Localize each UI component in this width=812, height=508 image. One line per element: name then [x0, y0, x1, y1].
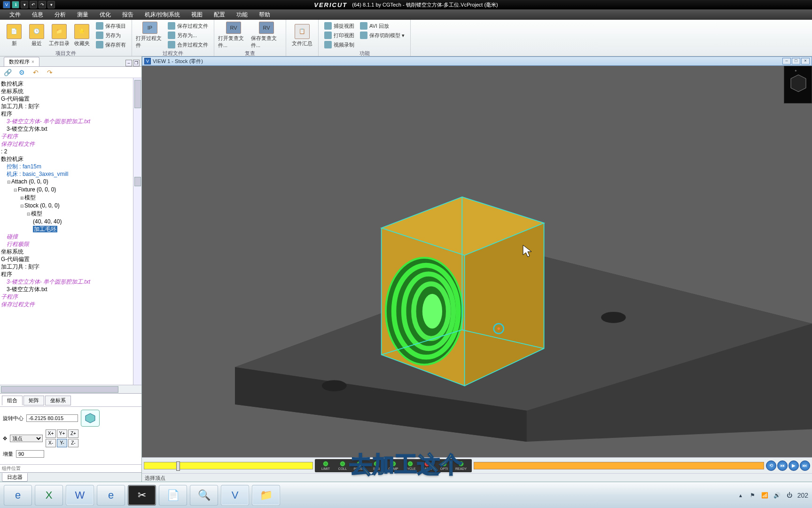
favorites-button[interactable]: ⭐收藏夹: [71, 22, 92, 49]
save-review-button[interactable]: RV保存复查文件...: [251, 22, 282, 49]
avi-playback-button[interactable]: AVI 回放: [358, 22, 406, 30]
save-all-button[interactable]: 保存所有: [94, 40, 128, 49]
taskbar-clock[interactable]: 202: [797, 492, 808, 499]
task-ie[interactable]: e: [4, 485, 32, 506]
tree-node[interactable]: ⊟Fixture (0, 0, 0): [0, 186, 141, 194]
tree-node[interactable]: 程序: [0, 270, 141, 278]
tray-volume-icon[interactable]: 🔊: [773, 491, 781, 500]
view-minimize-icon[interactable]: –: [782, 58, 791, 64]
axis-y-minus[interactable]: Y-: [57, 439, 67, 447]
task-notepad[interactable]: 📄: [159, 485, 187, 506]
restart-button[interactable]: ⟲: [766, 460, 776, 471]
qat-app-icon[interactable]: V: [3, 1, 10, 8]
qat-info-icon[interactable]: ℹ: [12, 1, 19, 8]
menu-help[interactable]: 帮助: [259, 11, 270, 19]
gear-icon[interactable]: ⚙: [17, 68, 26, 77]
tab-combo[interactable]: 组合: [2, 396, 23, 405]
view-close-icon[interactable]: ×: [801, 58, 810, 64]
menu-analyze[interactable]: 分析: [55, 11, 66, 19]
tree-node[interactable]: 3-镂空立方体.txt: [0, 125, 141, 133]
merge-proc-button[interactable]: 合并过程文件: [166, 40, 210, 49]
workdir-button[interactable]: 📁工作目录: [49, 22, 70, 49]
tree-node[interactable]: 保存过程文件: [0, 140, 141, 148]
menu-view[interactable]: 视图: [191, 11, 203, 19]
task-word[interactable]: W: [66, 485, 94, 506]
tree-node[interactable]: 加工毛坯: [0, 225, 141, 233]
playback-track[interactable]: [474, 462, 764, 469]
rewind-button[interactable]: ⏮: [777, 460, 788, 471]
tray-up-icon[interactable]: ▴: [736, 491, 745, 500]
axis-y-plus[interactable]: Y+: [57, 429, 67, 438]
tree-node[interactable]: ⊟Attach (0, 0, 0): [0, 178, 141, 186]
tree-node[interactable]: ⊟Stock (0, 0, 0): [0, 202, 141, 210]
menu-optimize[interactable]: 优化: [100, 11, 111, 19]
tree-node[interactable]: 加工刀具 : 刻字: [0, 103, 141, 110]
tree-node[interactable]: 3-镂空立方体- 单个圆形腔加工.txt: [0, 278, 141, 286]
tree-node[interactable]: 保存过程文件: [0, 301, 141, 308]
save-proc-button[interactable]: 保存过程文件: [166, 22, 210, 30]
file-summary-button[interactable]: 📋文件汇总: [290, 22, 314, 49]
tree-node[interactable]: 子程序: [0, 133, 141, 140]
pick-icon[interactable]: ✥: [3, 436, 7, 442]
tree-node[interactable]: 数控机床: [0, 80, 141, 87]
menu-measure[interactable]: 测量: [77, 11, 88, 19]
tab-logger[interactable]: 日志器: [2, 473, 28, 482]
3d-viewport[interactable]: +: [142, 66, 812, 457]
tray-flag-icon[interactable]: ⚑: [749, 491, 757, 500]
task-magnify[interactable]: 🔍: [190, 485, 218, 506]
capture-view-button[interactable]: 捕捉视图: [322, 22, 356, 30]
restore-icon[interactable]: ❐: [133, 60, 140, 66]
tray-network-icon[interactable]: 📶: [761, 491, 769, 500]
nav-cube[interactable]: +: [784, 66, 812, 103]
tab-nc-program[interactable]: 数控程序×: [4, 57, 39, 66]
undo-icon[interactable]: ↶: [31, 68, 40, 77]
save-as-button[interactable]: 另存为: [94, 31, 128, 40]
tree-node[interactable]: ⊟模型: [0, 210, 141, 218]
tab-coord[interactable]: 坐标系: [45, 396, 71, 405]
progress-slider[interactable]: [144, 462, 313, 469]
menu-file[interactable]: 文件: [9, 11, 21, 19]
tree-node[interactable]: 3-镂空立方体- 单个圆形腔加工.txt: [0, 118, 141, 125]
tree-node[interactable]: 3-镂空立方体.txt: [0, 286, 141, 293]
tree-node[interactable]: 控制 : fan15m: [0, 163, 141, 170]
open-review-button[interactable]: RV打开复查文件...: [218, 22, 249, 49]
save-proc-as-button[interactable]: 另存为...: [166, 31, 210, 40]
menu-report[interactable]: 报告: [122, 11, 133, 19]
vertical-scrollbar[interactable]: [133, 78, 141, 385]
open-proc-button[interactable]: IP打开过程文件: [136, 22, 164, 49]
tree-node[interactable]: 程序: [0, 110, 141, 118]
viewport-title-bar[interactable]: V VIEW 1 - Stock (零件) – □ ×: [142, 56, 812, 66]
save-project-button[interactable]: 保存项目: [94, 22, 128, 30]
recent-button[interactable]: 🕒最近: [26, 22, 47, 49]
axis-x-plus[interactable]: X+: [46, 429, 56, 438]
tree-node[interactable]: 加工刀具 : 刻字: [0, 263, 141, 270]
axis-z-plus[interactable]: Z+: [68, 429, 78, 438]
menu-functions[interactable]: 功能: [236, 11, 248, 19]
tree-node[interactable]: : 2: [0, 148, 141, 155]
menu-info[interactable]: 信息: [32, 11, 43, 19]
view-maximize-icon[interactable]: □: [792, 58, 800, 64]
tree-node[interactable]: G-代码偏置: [0, 255, 141, 263]
tree-node[interactable]: G-代码偏置: [0, 95, 141, 103]
tree-node[interactable]: 行程极限: [0, 240, 141, 248]
tree-node[interactable]: 子程序: [0, 293, 141, 301]
axis-z-minus[interactable]: Z-: [68, 439, 78, 447]
rotate-center-input[interactable]: [26, 414, 78, 422]
tray-power-icon[interactable]: ⏻: [785, 491, 794, 500]
tree-node[interactable]: 坐标系统: [0, 87, 141, 95]
task-capcut[interactable]: ✂: [128, 485, 156, 506]
task-ie2[interactable]: e: [97, 485, 125, 506]
new-project-button[interactable]: 📄新: [4, 22, 24, 49]
menu-mcs[interactable]: 机床/控制系统: [145, 11, 180, 19]
menu-config[interactable]: 配置: [214, 11, 225, 19]
qat-more-icon[interactable]: ▾: [47, 1, 55, 8]
tree-node[interactable]: 碰撞: [0, 233, 141, 240]
print-view-button[interactable]: 打印视图: [322, 31, 356, 40]
horizontal-scrollbar[interactable]: [0, 385, 141, 393]
task-explorer[interactable]: 📁: [252, 485, 280, 506]
play-button[interactable]: ▶: [789, 460, 799, 471]
minimize-icon[interactable]: –: [125, 60, 132, 66]
tree-view[interactable]: 数控机床坐标系统G-代码偏置加工刀具 : 刻字程序3-镂空立方体- 单个圆形腔加…: [0, 78, 141, 385]
qat-undo-icon[interactable]: ↶: [30, 1, 37, 8]
qat-redo-icon[interactable]: ↷: [39, 1, 46, 8]
